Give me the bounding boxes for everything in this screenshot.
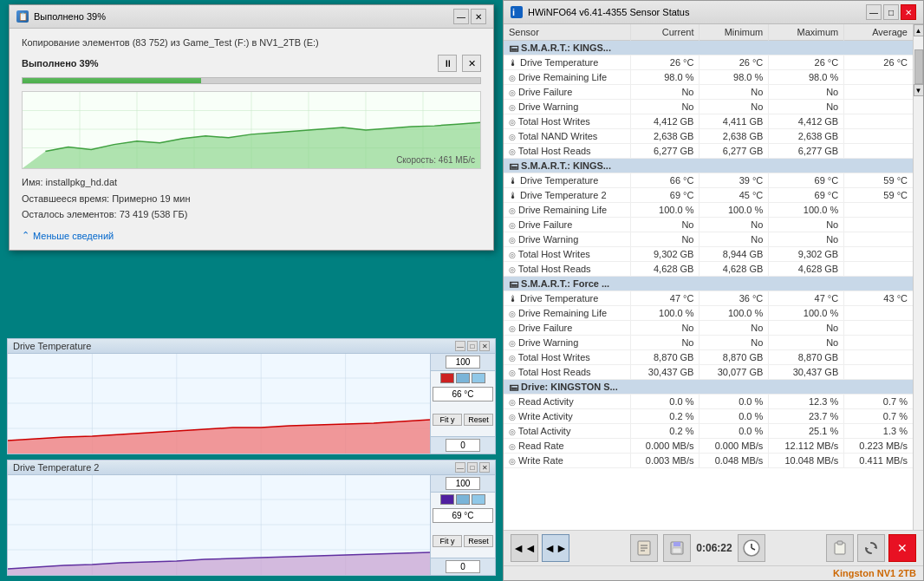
cell-minimum: 8,944 GB <box>700 247 769 262</box>
minimize-button[interactable]: — <box>453 9 469 24</box>
pause-button[interactable]: ⏸ <box>438 55 457 72</box>
cell-current: 0.2 % <box>630 409 700 424</box>
col-current: Current <box>630 24 700 41</box>
table-row[interactable]: ◎ Drive Remaining Life98.0 %98.0 %98.0 % <box>504 70 913 85</box>
graph-action-buttons: Fit y Reset <box>431 412 495 428</box>
cell-minimum: 36 °C <box>700 291 769 306</box>
clock-svg <box>742 539 761 558</box>
table-row[interactable]: ◎ Total Host Reads6,277 GB6,277 GB6,277 … <box>504 144 913 159</box>
table-row[interactable]: ◎ Read Rate0.000 MB/s0.000 MB/s12.112 MB… <box>504 439 913 454</box>
reset2-button[interactable]: Reset <box>464 535 493 547</box>
fit-y2-button[interactable]: Fit y <box>433 535 462 547</box>
table-row[interactable]: ◎ Total Host Reads4,628 GB4,628 GB4,628 … <box>504 262 913 277</box>
nav-rewind-btn[interactable]: ◄◄ <box>511 534 538 562</box>
cell-average <box>844 129 913 144</box>
circle-icon: ◎ <box>509 147 516 156</box>
cell-average <box>844 203 913 218</box>
section-header-3: 🖴 Drive: KINGSTON S... <box>504 380 913 395</box>
hwinfo-minimize-btn[interactable]: — <box>866 4 882 20</box>
drive-temp-title: Drive Temperature — □ ✕ <box>8 339 495 354</box>
table-row[interactable]: ◎ Drive Remaining Life100.0 %100.0 %100.… <box>504 306 913 321</box>
report-btn[interactable] <box>630 534 658 562</box>
hwinfo-close-btn[interactable]: ✕ <box>901 4 916 20</box>
cell-maximum: 23.7 % <box>769 409 844 424</box>
table-row[interactable]: 🌡 Drive Temperature26 °C26 °C26 °C26 °C <box>504 55 913 70</box>
cell-minimum: No <box>700 232 769 247</box>
col-sensor: Sensor <box>504 24 630 41</box>
scroll-up-btn[interactable]: ▲ <box>914 24 924 36</box>
table-row[interactable]: 🌡 Drive Temperature 269 °C45 °C69 °C59 °… <box>504 188 913 203</box>
cell-minimum: 0.0 % <box>700 409 769 424</box>
temp-color-red <box>440 373 454 383</box>
table-row[interactable]: ◎ Read Activity0.0 %0.0 %12.3 %0.7 % <box>504 395 913 409</box>
cell-current: No <box>630 85 700 100</box>
scrollbar[interactable]: ▲ ▼ <box>913 24 923 530</box>
graph-controls: — □ ✕ <box>455 341 490 351</box>
table-row[interactable]: ◎ Drive FailureNoNoNo <box>504 321 913 336</box>
table-row[interactable]: ◎ Drive FailureNoNoNo <box>504 218 913 232</box>
table-row[interactable]: 🌡 Drive Temperature47 °C36 °C47 °C43 °C <box>504 291 913 306</box>
fit-y-button[interactable]: Fit y <box>433 414 462 426</box>
toolbar-center: 0:06:22 <box>630 534 765 562</box>
table-row[interactable]: ◎ Total Host Writes4,412 GB4,411 GB4,412… <box>504 114 913 129</box>
cell-average <box>844 247 913 262</box>
col-maximum: Maximum <box>769 24 844 41</box>
save-btn[interactable] <box>663 534 691 562</box>
close-dialog-button[interactable]: ✕ <box>471 9 486 24</box>
circle-icon: ◎ <box>509 428 516 436</box>
details-toggle[interactable]: ⌃ Меньше сведений <box>22 230 481 241</box>
cell-maximum: No <box>769 336 844 350</box>
cell-maximum: 10.048 MB/s <box>769 454 844 468</box>
cell-maximum: 100.0 % <box>769 306 844 321</box>
table-row[interactable]: 🌡 Drive Temperature66 °C39 °C69 °C59 °C <box>504 173 913 188</box>
close-graph2-btn[interactable]: ✕ <box>479 462 490 473</box>
minimize-graph-btn[interactable]: — <box>455 341 465 351</box>
reset-button[interactable]: Reset <box>464 414 493 426</box>
table-row[interactable]: ◎ Total Host Writes8,870 GB8,870 GB8,870… <box>504 350 913 365</box>
svg-rect-42 <box>837 541 843 545</box>
refresh-btn[interactable] <box>857 534 885 562</box>
cell-maximum: No <box>769 85 844 100</box>
cell-minimum: 0.048 MB/s <box>700 454 769 468</box>
cancel-button[interactable]: ✕ <box>462 55 481 72</box>
table-row[interactable]: ◎ Drive WarningNoNoNo <box>504 336 913 350</box>
table-row[interactable]: ◎ Write Rate0.003 MB/s0.048 MB/s10.048 M… <box>504 454 913 468</box>
hwinfo-maximize-btn[interactable]: □ <box>883 4 899 20</box>
circle-icon: ◎ <box>509 457 516 466</box>
nav-play-btn[interactable]: ◄► <box>542 534 569 562</box>
table-row[interactable]: ◎ Drive Remaining Life100.0 %100.0 %100.… <box>504 203 913 218</box>
circle-icon: ◎ <box>509 265 516 274</box>
table-row[interactable]: ◎ Write Activity0.2 %0.0 %23.7 %0.7 % <box>504 409 913 424</box>
current-temp2-value: 69 °C <box>433 508 493 523</box>
clipboard-btn[interactable] <box>826 534 854 562</box>
cell-minimum: 8,870 GB <box>700 350 769 365</box>
table-row[interactable]: ◎ Drive WarningNoNoNo <box>504 100 913 114</box>
maximize-graph2-btn[interactable]: □ <box>467 462 478 473</box>
maximize-graph-btn[interactable]: □ <box>467 341 478 351</box>
scroll-down-btn[interactable]: ▼ <box>914 84 924 96</box>
cell-current: No <box>630 232 700 247</box>
temp-color-blue <box>456 373 470 383</box>
speed-label: Скорость: 461 МБ/с <box>396 155 475 165</box>
circle-icon: ◎ <box>509 442 516 451</box>
hwinfo-toolbar: ◄◄ ◄► 0:06:22 <box>504 530 923 565</box>
copy-dialog-title-left: 📋 Выполнено 39% <box>16 10 106 23</box>
table-row[interactable]: ◎ Total NAND Writes2,638 GB2,638 GB2,638… <box>504 129 913 144</box>
close-app-btn[interactable]: ✕ <box>888 534 916 562</box>
close-graph-btn[interactable]: ✕ <box>479 341 490 351</box>
sensor-table-wrapper[interactable]: Sensor Current Minimum Maximum Average 🖴… <box>504 24 913 530</box>
sensor-tbody: 🖴 S.M.A.R.T.: KINGS...🌡 Drive Temperatur… <box>504 41 913 468</box>
minimize-graph2-btn[interactable]: — <box>455 462 465 473</box>
table-row[interactable]: ◎ Total Activity0.2 %0.0 %25.1 %1.3 % <box>504 424 913 439</box>
cell-average <box>844 70 913 85</box>
scroll-thumb[interactable] <box>914 49 923 84</box>
table-row[interactable]: ◎ Total Host Writes9,302 GB8,944 GB9,302… <box>504 247 913 262</box>
table-row[interactable]: ◎ Drive WarningNoNoNo <box>504 232 913 247</box>
scale-zero: 0 <box>431 436 495 454</box>
cell-minimum: No <box>700 85 769 100</box>
file-info: Имя: installpkg_hd.dat Оставшееся время:… <box>22 174 481 223</box>
table-row[interactable]: ◎ Drive FailureNoNoNo <box>504 85 913 100</box>
clipboard-icon <box>832 540 848 556</box>
table-row[interactable]: ◎ Total Host Reads30,437 GB30,077 GB30,4… <box>504 365 913 380</box>
thermometer-icon: 🌡 <box>509 176 517 186</box>
